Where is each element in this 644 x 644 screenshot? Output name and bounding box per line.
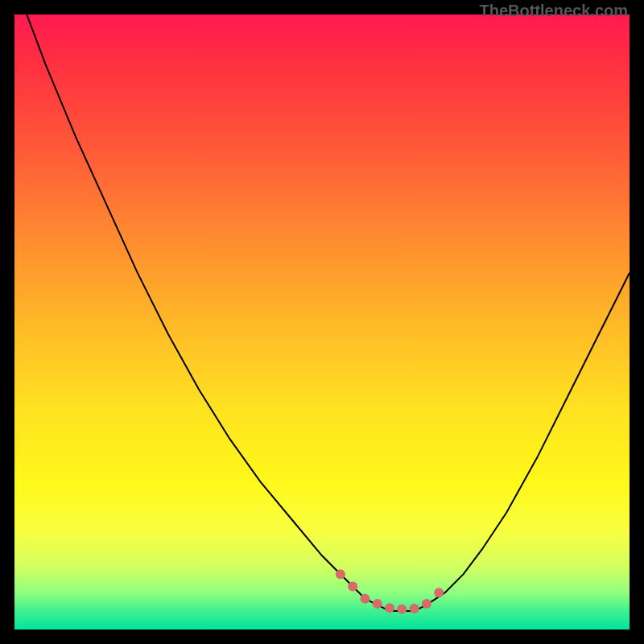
bottleneck-curve bbox=[14, 14, 630, 611]
chart-svg bbox=[14, 14, 630, 630]
curve-marker bbox=[410, 604, 419, 613]
curve-marker bbox=[397, 605, 407, 614]
curve-marker bbox=[385, 603, 394, 613]
curve-marker bbox=[422, 599, 431, 609]
site-watermark: TheBottleneck.com bbox=[480, 2, 628, 20]
curve-marker bbox=[373, 599, 382, 609]
chart-container: TheBottleneck.com bbox=[0, 0, 644, 644]
curve-marker bbox=[434, 588, 444, 597]
curve-marker bbox=[361, 594, 370, 604]
marker-group bbox=[336, 569, 444, 614]
curve-marker bbox=[336, 569, 345, 579]
curve-marker bbox=[348, 582, 357, 592]
plot-area bbox=[14, 14, 630, 630]
